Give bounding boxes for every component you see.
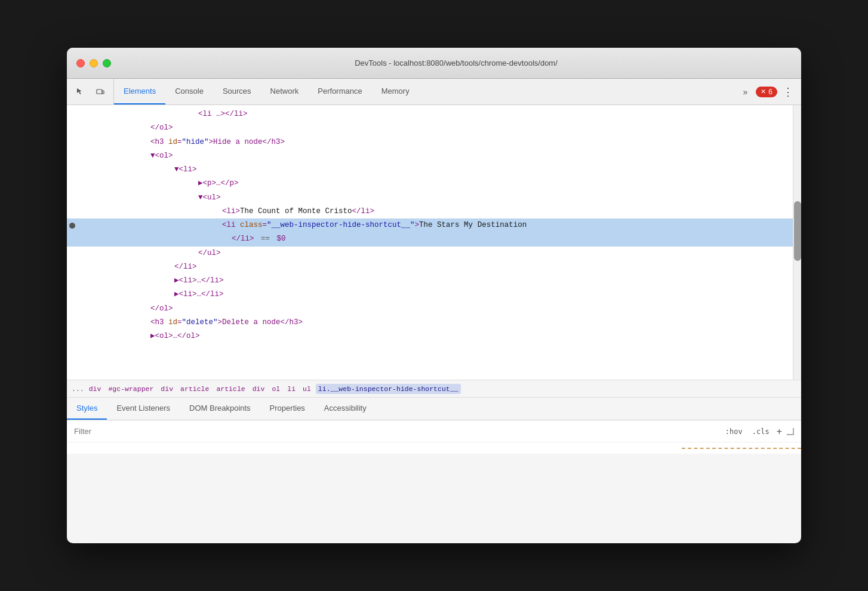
- dom-line: <h3 id="hide">Hide a node</h3>: [67, 136, 801, 149]
- svg-rect-0: [97, 90, 102, 94]
- breadcrumb-item-li[interactable]: li: [285, 384, 298, 394]
- dom-line-selected-close: </li> == $0: [67, 232, 801, 246]
- resize-handle[interactable]: [787, 428, 794, 435]
- error-badge[interactable]: ✕ 6: [756, 87, 777, 97]
- dom-line: ▶<p>…</p>: [67, 177, 801, 190]
- add-style-rule-button[interactable]: +: [777, 426, 782, 437]
- more-tabs-button[interactable]: »: [737, 84, 753, 100]
- dom-line: </ul>: [67, 247, 801, 260]
- dashed-indicator: [682, 448, 801, 449]
- main-tabs: Elements Console Sources Network Perform…: [114, 79, 732, 104]
- dom-line: ▼<li>: [67, 163, 801, 177]
- breadcrumb-item-div[interactable]: div: [87, 384, 104, 394]
- filter-input[interactable]: [74, 427, 723, 436]
- dom-line-selected: <li class="__web-inspector-hide-shortcut…: [67, 218, 801, 232]
- tab-elements[interactable]: Elements: [114, 79, 165, 104]
- error-icon: ✕: [761, 88, 766, 96]
- bottom-tab-bar: Styles Event Listeners DOM Breakpoints P…: [67, 398, 801, 420]
- tab-memory[interactable]: Memory: [372, 79, 419, 104]
- dom-line: </li>: [67, 260, 801, 274]
- title-bar: DevTools - localhost:8080/web/tools/chro…: [67, 48, 801, 79]
- minimize-button[interactable]: [90, 59, 98, 67]
- dom-line: ▼<ol>: [67, 149, 801, 163]
- breadcrumb-item-article1[interactable]: article: [178, 384, 211, 394]
- tab-styles[interactable]: Styles: [67, 398, 107, 420]
- traffic-lights: [76, 59, 111, 67]
- breadcrumb: ... div #gc-wrapper div article article …: [67, 380, 801, 398]
- breadcrumb-item-gc-wrapper[interactable]: #gc-wrapper: [106, 384, 156, 394]
- tab-bar: Elements Console Sources Network Perform…: [67, 79, 801, 105]
- dom-line: <h3 id="delete">Delete a node</h3>: [67, 316, 801, 330]
- filter-buttons: :hov .cls +: [723, 426, 794, 437]
- cls-button[interactable]: .cls: [750, 426, 772, 437]
- tab-console[interactable]: Console: [165, 79, 213, 104]
- scrollbar-thumb[interactable]: [794, 201, 801, 261]
- breadcrumb-item-article2[interactable]: article: [214, 384, 247, 394]
- breadcrumb-item-div2[interactable]: div: [158, 384, 176, 394]
- close-button[interactable]: [76, 59, 85, 67]
- device-toggle-icon[interactable]: [92, 84, 109, 100]
- tab-event-listeners[interactable]: Event Listeners: [107, 398, 180, 420]
- breadcrumb-item-ol[interactable]: ol: [269, 384, 282, 394]
- breadcrumb-ellipsis: ...: [72, 385, 84, 393]
- toolbar-left: [67, 79, 114, 104]
- breadcrumb-item-ul[interactable]: ul: [300, 384, 313, 394]
- dom-line: <li …></li>: [67, 107, 801, 121]
- hov-button[interactable]: :hov: [723, 426, 745, 437]
- maximize-button[interactable]: [103, 59, 111, 67]
- scrollbar[interactable]: [793, 105, 801, 380]
- inspect-icon[interactable]: [72, 84, 88, 100]
- devtools-menu-button[interactable]: ⋮: [780, 84, 796, 100]
- tab-dom-breakpoints[interactable]: DOM Breakpoints: [180, 398, 260, 420]
- bottom-area: [67, 442, 801, 454]
- tab-network[interactable]: Network: [261, 79, 309, 104]
- tab-sources[interactable]: Sources: [213, 79, 261, 104]
- devtools-window: DevTools - localhost:8080/web/tools/chro…: [67, 48, 801, 543]
- dom-line: ▼<ul>: [67, 191, 801, 205]
- svg-rect-1: [102, 91, 104, 94]
- tab-accessibility[interactable]: Accessibility: [315, 398, 376, 420]
- tab-performance[interactable]: Performance: [308, 79, 371, 104]
- dom-line: </ol>: [67, 121, 801, 135]
- breadcrumb-item-div3[interactable]: div: [250, 384, 267, 394]
- window-title: DevTools - localhost:8080/web/tools/chro…: [121, 59, 792, 67]
- error-count: 6: [768, 88, 772, 96]
- breadcrumb-item-li-shortcut[interactable]: li.__web-inspector-hide-shortcut__: [316, 384, 461, 394]
- dom-line: <li>The Count of Monte Cristo</li>: [67, 205, 801, 218]
- dom-line: ▶<li>…</li>: [67, 274, 801, 288]
- toolbar-right: » ✕ 6 ⋮: [732, 79, 801, 104]
- dom-line: </ol>: [67, 302, 801, 316]
- tab-properties[interactable]: Properties: [260, 398, 315, 420]
- dom-panel[interactable]: <li …></li> </ol> <h3 id="hide">Hide a n…: [67, 105, 801, 380]
- dom-line: ▶<ol>…</ol>: [67, 330, 801, 343]
- filter-bar: :hov .cls +: [67, 420, 801, 442]
- dom-line: ▶<li>…</li>: [67, 288, 801, 301]
